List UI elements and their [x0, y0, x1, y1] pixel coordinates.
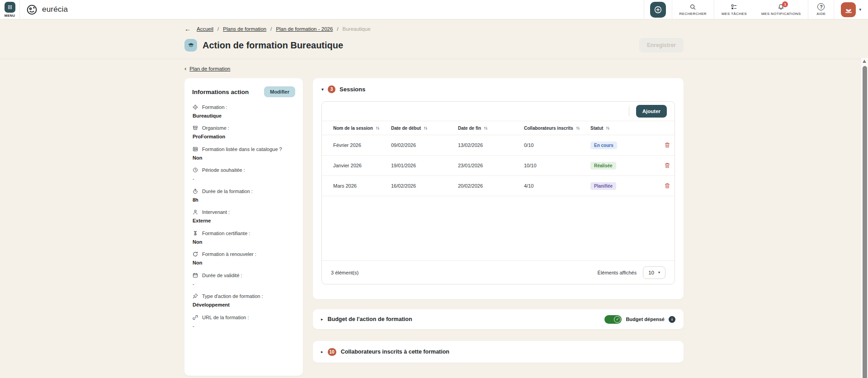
- page-head: Accueil / Plans de formation / Plan de f…: [0, 19, 868, 59]
- session-name: Mars 2026: [333, 183, 391, 189]
- breadcrumb-plans-de-formation[interactable]: Plans de formation: [223, 26, 266, 32]
- status-badge: Planifiée: [590, 182, 616, 190]
- expand-caret-icon[interactable]: [321, 350, 323, 354]
- delete-session-icon[interactable]: [664, 142, 671, 149]
- breadcrumb-accueil[interactable]: Accueil: [197, 26, 213, 32]
- nav-search[interactable]: RECHERCHER: [672, 0, 714, 19]
- field-label: Période souhaitée :: [202, 167, 245, 173]
- brand-name: eurécia: [42, 5, 68, 14]
- field-value: Non: [192, 155, 295, 161]
- session-end-date: 20/02/2026: [458, 183, 524, 189]
- column-label: Date de début: [391, 126, 421, 131]
- notification-badge: 1: [782, 1, 788, 7]
- breadcrumb-separator: /: [270, 26, 272, 32]
- column-label: Collaborateurs inscrits: [524, 126, 573, 131]
- nav-notifications[interactable]: 1 MES NOTIFICATIONS: [754, 0, 808, 19]
- column-header-enrolled[interactable]: Collaborateurs inscrits: [524, 126, 590, 131]
- nav-help[interactable]: AIDE: [808, 0, 834, 19]
- sessions-section: 3 Sessions Ajouter Nom de la session Dat…: [313, 78, 684, 299]
- graduation-cap-icon: [184, 39, 197, 52]
- field-validite: Durée de validité : -: [192, 272, 295, 287]
- add-session-button[interactable]: Ajouter: [636, 105, 667, 118]
- sort-icon[interactable]: [605, 126, 610, 131]
- session-end-date: 23/01/2026: [458, 163, 524, 168]
- session-enrolled: 10/10: [524, 163, 590, 168]
- column-header-status[interactable]: Statut: [590, 126, 660, 131]
- session-start-date: 19/01/2026: [391, 163, 458, 168]
- sort-icon[interactable]: [483, 126, 488, 131]
- delete-session-icon[interactable]: [664, 182, 671, 189]
- sessions-title: Sessions: [340, 86, 365, 93]
- avatar: [841, 2, 856, 17]
- page-size-label: Éléments affichés: [598, 270, 637, 275]
- field-catalogue: Formation listée dans le catalogue ? Non: [192, 146, 295, 161]
- breadcrumb-current: Bureautique: [343, 26, 371, 32]
- field-type-action: Type d'action de formation : Développeme…: [192, 293, 295, 307]
- link-icon: [192, 314, 198, 321]
- collapse-caret-icon[interactable]: [321, 87, 324, 92]
- person-icon: [192, 209, 198, 215]
- session-start-date: 09/02/2026: [391, 142, 458, 148]
- help-icon: [817, 3, 825, 10]
- back-arrow-icon[interactable]: [184, 25, 191, 33]
- field-label: Organisme :: [202, 125, 229, 131]
- search-icon: [689, 4, 696, 10]
- session-name: Janvier 2026: [333, 163, 391, 168]
- field-duree-formation: Durée de la formation : 8h: [192, 188, 295, 203]
- field-value: -: [192, 323, 295, 329]
- nav-tasks[interactable]: MES TÂCHES: [714, 0, 754, 19]
- collaborators-count-badge: 10: [328, 348, 336, 356]
- table-row[interactable]: Février 2026 09/02/2026 13/02/2026 0/10 …: [322, 135, 675, 156]
- table-row[interactable]: Janvier 2026 19/01/2026 23/01/2026 10/10…: [322, 156, 675, 176]
- eurecia-logo-icon: [26, 4, 38, 15]
- catalog-icon: [192, 146, 198, 152]
- table-header-row: Nom de la session Date de début Date de …: [322, 121, 675, 135]
- field-value: -: [192, 281, 295, 287]
- scroll-up-arrow[interactable]: [863, 60, 866, 63]
- quick-add-button[interactable]: [650, 2, 666, 18]
- field-periode: Période souhaitée : -: [192, 167, 295, 181]
- breadcrumb-plan-2026[interactable]: Plan de formation - 2026: [276, 26, 333, 32]
- budget-toggle-label: Budget dépensé: [626, 317, 665, 322]
- sessions-table: Ajouter Nom de la session Date de début …: [321, 101, 675, 284]
- column-label: Statut: [590, 126, 603, 131]
- column-label: Nom de la session: [333, 126, 373, 131]
- session-enrolled: 4/10: [524, 183, 590, 189]
- edit-button[interactable]: Modifier: [264, 86, 295, 97]
- expand-caret-icon[interactable]: [321, 317, 323, 321]
- user-menu[interactable]: [834, 0, 868, 19]
- page-title: Action de formation Bureautique: [203, 40, 634, 51]
- brand-home-link[interactable]: eurécia: [20, 0, 75, 19]
- scrollbar-thumb[interactable]: [863, 66, 867, 378]
- column-header-start[interactable]: Date de début: [391, 126, 458, 131]
- delete-session-icon[interactable]: [664, 162, 671, 169]
- toolbar-divider: [629, 106, 629, 116]
- field-value: ProFormation: [192, 134, 295, 139]
- organization-icon: [192, 125, 198, 131]
- field-renouveler: Formation à renouveler : Non: [192, 251, 295, 265]
- save-button[interactable]: Enregistrer: [639, 38, 684, 52]
- menu-button[interactable]: MENU: [0, 0, 20, 19]
- sort-icon[interactable]: [423, 126, 428, 131]
- field-label: Type d'action de formation :: [202, 293, 263, 299]
- budget-toggle[interactable]: [604, 315, 622, 324]
- column-header-name[interactable]: Nom de la session: [333, 126, 391, 131]
- renew-icon: [192, 251, 198, 257]
- chevron-down-icon: [859, 7, 861, 12]
- nav-search-label: RECHERCHER: [679, 12, 707, 16]
- info-icon[interactable]: [669, 316, 675, 323]
- column-header-end[interactable]: Date de fin: [458, 126, 524, 131]
- sort-icon[interactable]: [375, 126, 380, 131]
- tasks-icon: [731, 4, 737, 10]
- chevron-left-icon: [184, 65, 186, 72]
- bell-icon: 1: [778, 4, 784, 10]
- sort-icon[interactable]: [576, 126, 580, 131]
- budget-title: Budget de l'action de formation: [328, 316, 412, 322]
- page-size-select[interactable]: 10: [643, 266, 665, 279]
- field-label: Formation certifiante :: [202, 231, 250, 236]
- breadcrumb-separator: /: [337, 26, 338, 32]
- back-to-plan-link[interactable]: Plan de formation: [189, 66, 230, 71]
- menu-label: MENU: [5, 14, 15, 18]
- table-row[interactable]: Mars 2026 16/02/2026 20/02/2026 4/10 Pla…: [322, 176, 675, 196]
- field-label: Formation listée dans le catalogue ?: [202, 146, 282, 152]
